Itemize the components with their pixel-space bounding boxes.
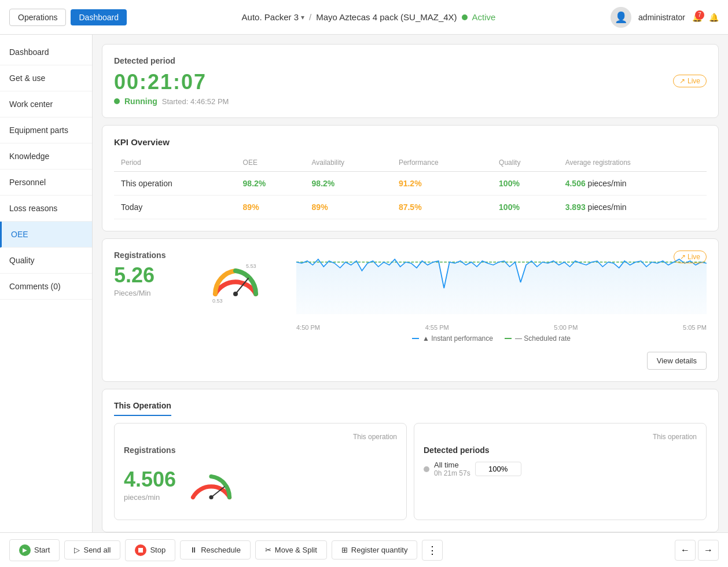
detected-period-title: Detected period — [114, 56, 229, 65]
machine-selector[interactable]: Auto. Packer 3 ▾ — [242, 12, 304, 22]
register-qty-button[interactable]: ⊞ Register quantity — [332, 540, 418, 559]
legend-scheduled-label: — Scheduled rate — [515, 334, 571, 343]
start-label: Start — [34, 546, 50, 554]
reschedule-label: Reschedule — [201, 546, 241, 554]
kpi-overview-card: KPI Overview Period OEE Availability Per… — [102, 125, 719, 231]
chart-label-4: 5:05 PM — [683, 324, 707, 331]
dp-sublabel: This operation — [424, 433, 697, 441]
this-op-detected-periods: This operation Detected periods All time… — [414, 423, 707, 520]
svg-point-1 — [233, 292, 238, 296]
reg2-value: 4.506 — [124, 467, 176, 492]
move-split-button[interactable]: ✂ Move & Split — [255, 540, 327, 559]
kpi-table: Period OEE Availability Performance Qual… — [114, 154, 707, 219]
this-operation-section: This Operation This operation Registrati… — [102, 389, 719, 532]
legend-blue-line — [412, 338, 419, 339]
chart-label-2: 4:55 PM — [425, 324, 449, 331]
reg-gauge: 0.53 5.53 — [207, 251, 264, 310]
period-timer: 00:21:07 — [114, 70, 229, 94]
stop-label: Stop — [150, 546, 166, 554]
reg-live-badge: ↗ Live — [674, 251, 707, 263]
more-options-button[interactable]: ⋮ — [422, 540, 443, 561]
legend-scheduled-rate: — Scheduled rate — [505, 334, 571, 343]
reg-label: Registrations — [114, 251, 195, 260]
prev-nav-button[interactable]: ← — [675, 540, 696, 561]
svg-point-6 — [209, 495, 213, 499]
sidebar-item-knowledge[interactable]: Knowledge — [0, 143, 92, 170]
sidebar-item-oee[interactable]: OEE — [0, 222, 92, 248]
user-name: administrator — [638, 13, 685, 22]
sidebar-item-loss-reasons[interactable]: Loss reasons — [0, 196, 92, 222]
svg-text:0.53: 0.53 — [212, 298, 223, 304]
svg-text:5.53: 5.53 — [246, 263, 256, 269]
send-all-label: Send all — [83, 546, 111, 554]
sidebar-item-comments[interactable]: Comments (0) — [0, 274, 92, 300]
kpi-row-today: Today 89% 89% 87.5% 100% 3.893 pieces/mi… — [114, 196, 707, 219]
kpi-avg-today: 3.893 pieces/min — [558, 196, 707, 219]
move-split-icon: ✂ — [265, 546, 271, 554]
nav-right: 👤 administrator 🔔 7 🔔 — [611, 7, 719, 28]
top-navigation: Operations Dashboard Auto. Packer 3 ▾ / … — [0, 0, 728, 35]
send-all-button[interactable]: ▷ Send all — [64, 540, 120, 559]
this-op-registrations: This operation Registrations 4.506 piece… — [114, 423, 407, 520]
sidebar-item-get-use[interactable]: Get & use — [0, 65, 92, 91]
notification-button[interactable]: 🔔 7 — [692, 13, 702, 22]
legend-green-line — [505, 338, 512, 339]
col-performance: Performance — [392, 154, 492, 172]
period-all-time: All time — [434, 461, 470, 469]
chart-label-1: 4:50 PM — [296, 324, 320, 331]
col-period: Period — [114, 154, 236, 172]
status-indicator — [462, 14, 468, 20]
view-details-button[interactable]: View details — [647, 352, 707, 370]
period-all-time-duration: 0h 21m 57s — [434, 469, 470, 477]
operation-name: Mayo Aztecas 4 pack (SU_MAZ_4X) — [316, 12, 457, 22]
send-all-icon: ▷ — [74, 546, 80, 554]
reg2-unit: pieces/min — [124, 493, 176, 502]
period-pct-input[interactable] — [475, 462, 521, 476]
bottom-toolbar: ▶ Start ▷ Send all Stop ⏸ Reschedule ✂ M… — [0, 532, 728, 567]
sidebar-item-quality[interactable]: Quality — [0, 248, 92, 274]
col-avg-reg: Average registrations — [558, 154, 707, 172]
dashboard-button[interactable]: Dashboard — [71, 9, 127, 25]
reg-sublabel: This operation — [124, 433, 397, 441]
start-button[interactable]: ▶ Start — [9, 539, 60, 561]
sidebar-item-dashboard[interactable]: Dashboard — [0, 39, 92, 65]
toolbar-nav: ← → — [675, 540, 719, 561]
this-operation-header: This Operation — [114, 401, 707, 423]
period-row-all-time: All time 0h 21m 57s — [424, 461, 697, 477]
kpi-period-today: Today — [114, 196, 236, 219]
main-content: Detected period 00:21:07 Running Started… — [93, 35, 728, 532]
notification-badge: 7 — [695, 10, 704, 20]
chart-legend: ▲ Instant performance — Scheduled rate — [276, 334, 707, 343]
reg-unit: Pieces/Min — [114, 289, 195, 297]
performance-chart — [296, 251, 707, 320]
dp-title: Detected periods — [424, 446, 697, 455]
sidebar-item-work-center[interactable]: Work center — [0, 91, 92, 117]
breadcrumb: Auto. Packer 3 ▾ / Mayo Aztecas 4 pack (… — [131, 12, 606, 22]
operations-button[interactable]: Operations — [9, 9, 66, 26]
this-op-title: This Operation — [114, 401, 171, 416]
chart-labels: 4:50 PM 4:55 PM 5:00 PM 5:05 PM — [296, 324, 707, 331]
reschedule-button[interactable]: ⏸ Reschedule — [180, 540, 251, 559]
breadcrumb-separator: / — [309, 12, 311, 22]
register-qty-label: Register quantity — [351, 546, 408, 554]
live-badge: Live — [673, 75, 707, 87]
legend-instant-performance: ▲ Instant performance — [412, 334, 493, 343]
running-dot-icon — [114, 98, 120, 104]
start-icon: ▶ — [19, 544, 31, 556]
legend-instant-label: ▲ Instant performance — [422, 334, 493, 343]
sidebar-item-personnel[interactable]: Personnel — [0, 170, 92, 196]
kpi-perf-today: 87.5% — [392, 196, 492, 219]
kpi-avail-this-op: 98.2% — [305, 172, 392, 196]
period-dot-icon — [424, 466, 429, 472]
chart-label-3: 5:00 PM — [554, 324, 578, 331]
kpi-row-this-operation: This operation 98.2% 98.2% 91.2% 100% 4.… — [114, 172, 707, 196]
kpi-oee-today: 89% — [236, 196, 305, 219]
sidebar-item-equipment-parts[interactable]: Equipment parts — [0, 117, 92, 143]
kpi-quality-today: 100% — [492, 196, 558, 219]
register-qty-icon: ⊞ — [341, 546, 348, 554]
alert-bell-icon[interactable]: 🔔 — [709, 13, 719, 22]
next-nav-button[interactable]: → — [698, 540, 719, 561]
reg-value: 5.26 — [114, 263, 195, 288]
stop-button[interactable]: Stop — [125, 539, 175, 561]
col-availability: Availability — [305, 154, 392, 172]
